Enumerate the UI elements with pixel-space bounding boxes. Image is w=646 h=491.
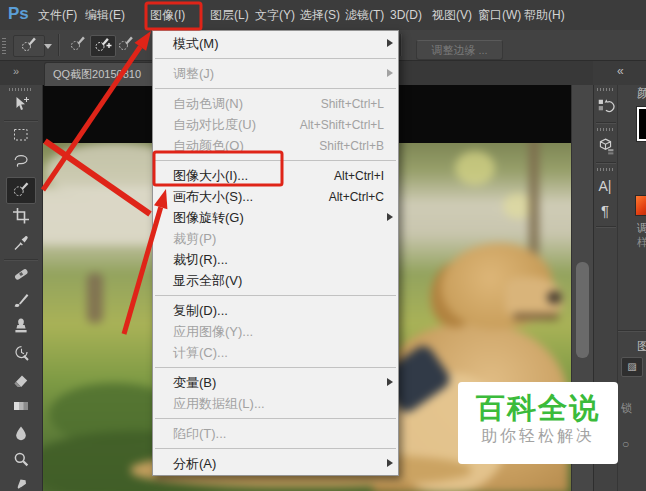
menu-item-调整J[interactable]: 调整(J)	[153, 63, 398, 84]
photo-figure	[87, 273, 103, 323]
submenu-arrow-icon	[387, 39, 393, 47]
foreground-color-swatch[interactable]	[637, 107, 646, 141]
vertical-scrollbar[interactable]	[576, 262, 589, 358]
submenu-arrow-icon	[387, 213, 393, 221]
lasso-tool[interactable]	[7, 151, 35, 176]
color-panel-tab[interactable]: 颜	[637, 85, 646, 102]
clone-stamp-tool[interactable]	[7, 316, 35, 341]
photo-bokeh	[455, 151, 495, 185]
panel-dock-header: «	[593, 60, 646, 86]
history-panel-icon[interactable]	[594, 94, 616, 118]
menu-item-应用数据组L[interactable]: 应用数据组(L)...	[153, 393, 398, 414]
tool-preset-picker[interactable]	[13, 35, 45, 57]
menu-item-自动颜色O[interactable]: 自动颜色(O) Shift+Ctrl+B	[153, 135, 398, 156]
history-brush-tool[interactable]	[7, 343, 35, 368]
menubar-item-3d[interactable]: 3D(D)	[390, 0, 422, 30]
marquee-tool[interactable]	[7, 124, 35, 149]
divider	[4, 259, 38, 261]
menu-item-计算C[interactable]: 计算(C)...	[153, 342, 398, 363]
panel-grip[interactable]	[9, 88, 33, 91]
submenu-arrow-icon	[387, 378, 393, 386]
pen-icon	[12, 477, 30, 491]
menu-item-显示全部V[interactable]: 显示全部(V)	[153, 270, 398, 291]
menubar-item-edit[interactable]: 编辑(E)	[85, 0, 125, 30]
menubar-item-window[interactable]: 窗口(W)	[478, 0, 521, 30]
menu-item-图像大小I[interactable]: 图像大小(I)... Alt+Ctrl+I	[153, 165, 398, 186]
menu-item-自动色调N[interactable]: 自动色调(N) Shift+Ctrl+L	[153, 93, 398, 114]
watermark-badge: 百科全说 助你轻松解决	[458, 382, 618, 464]
panel-grip[interactable]	[597, 88, 615, 91]
toolbox-collapse-icon[interactable]: »	[13, 65, 17, 77]
menu-item-应用图像Y[interactable]: 应用图像(Y)...	[153, 321, 398, 342]
selection-mode-add[interactable]	[90, 35, 116, 57]
healing-brush-tool[interactable]	[7, 263, 35, 288]
character-panel-icon[interactable]: A|	[594, 174, 616, 198]
divider	[400, 34, 401, 56]
healing-icon	[12, 265, 30, 287]
lasso-icon	[12, 152, 30, 174]
menu-item-分析A[interactable]: 分析(A)	[153, 453, 398, 474]
panel-dock-column: 颜 调 样 图 ▨ 锁 ○	[617, 85, 646, 491]
collapse-panels-icon[interactable]: «	[617, 64, 624, 78]
brush-preset-icon	[20, 35, 38, 57]
submenu-arrow-icon	[387, 459, 393, 467]
layers-panel-tab[interactable]: 图	[637, 338, 646, 355]
adjustments-panel-tab[interactable]: 调	[637, 221, 646, 236]
blur-tool[interactable]	[7, 422, 35, 447]
brush-sub-icon	[117, 34, 135, 56]
refine-edge-button[interactable]: 调整边缘 ...	[416, 40, 503, 60]
divider	[618, 330, 646, 332]
panel-grip[interactable]	[597, 128, 615, 131]
divider	[4, 120, 38, 122]
menubar-item-select[interactable]: 选择(S)	[300, 0, 340, 30]
menubar-item-image[interactable]: 图像(I)	[150, 0, 185, 30]
panel-grip[interactable]	[597, 168, 615, 171]
menubar-item-type[interactable]: 文字(Y)	[255, 0, 295, 30]
quick-selection-tool[interactable]	[6, 177, 36, 204]
chevron-down-icon[interactable]	[44, 44, 52, 49]
menu-separator	[153, 156, 398, 165]
paragraph-panel-icon[interactable]: ¶	[594, 198, 616, 222]
divider	[58, 34, 59, 56]
styles-panel-tab[interactable]: 样	[637, 235, 646, 250]
gradient-tool[interactable]	[7, 396, 35, 421]
selection-mode-new[interactable]	[66, 35, 90, 55]
menu-item-裁剪P[interactable]: 裁剪(P)	[153, 228, 398, 249]
pen-tool[interactable]	[7, 475, 35, 491]
stamp-icon	[12, 318, 30, 340]
menubar-item-view[interactable]: 视图(V)	[432, 0, 472, 30]
dog-mouth	[513, 313, 559, 320]
photo-tree-trunk	[529, 143, 539, 267]
crop-tool[interactable]	[7, 206, 35, 231]
dodge-icon	[12, 450, 30, 472]
menu-item-复制D[interactable]: 复制(D)...	[153, 300, 398, 321]
watermark-subtitle: 助你轻松解决	[458, 426, 618, 447]
selection-mode-subtract[interactable]	[114, 35, 138, 55]
menu-item-画布大小S[interactable]: 画布大小(S)... Alt+Ctrl+C	[153, 186, 398, 207]
gradient-icon	[12, 397, 30, 419]
gradient-swatch[interactable]	[635, 195, 646, 216]
menu-separator	[153, 414, 398, 423]
image-menu-dropdown: 模式(M) 调整(J) 自动色调(N) Shift+Ctrl+L 自动对比度(U…	[152, 30, 399, 476]
menu-item-自动对比度U[interactable]: 自动对比度(U) Alt+Shift+Ctrl+L	[153, 114, 398, 135]
menubar-item-layer[interactable]: 图层(L)	[210, 0, 249, 30]
menubar-item-help[interactable]: 帮助(H)	[524, 0, 565, 30]
menu-item-变量B[interactable]: 变量(B)	[153, 372, 398, 393]
dodge-tool[interactable]	[7, 449, 35, 474]
move-tool[interactable]	[7, 93, 35, 118]
menu-item-陷印T[interactable]: 陷印(T)...	[153, 423, 398, 444]
menubar-item-file[interactable]: 文件(F)	[38, 0, 77, 30]
eraser-tool[interactable]	[7, 369, 35, 394]
menu-separator	[153, 54, 398, 63]
menubar-item-filter[interactable]: 滤镜(T)	[345, 0, 384, 30]
menu-item-图像旋转G[interactable]: 图像旋转(G)	[153, 207, 398, 228]
menu-item-裁切R[interactable]: 裁切(R)...	[153, 249, 398, 270]
watermark-title: 百科全说	[458, 392, 618, 424]
3d-panel-icon[interactable]	[594, 134, 616, 158]
eyedropper-tool[interactable]	[7, 232, 35, 257]
panel-grip[interactable]	[2, 36, 6, 54]
circle-icon: ○	[622, 437, 629, 451]
layer-filter-button[interactable]: ▨	[621, 357, 643, 377]
menu-item-模式M[interactable]: 模式(M)	[153, 33, 398, 54]
brush-tool[interactable]	[7, 290, 35, 315]
